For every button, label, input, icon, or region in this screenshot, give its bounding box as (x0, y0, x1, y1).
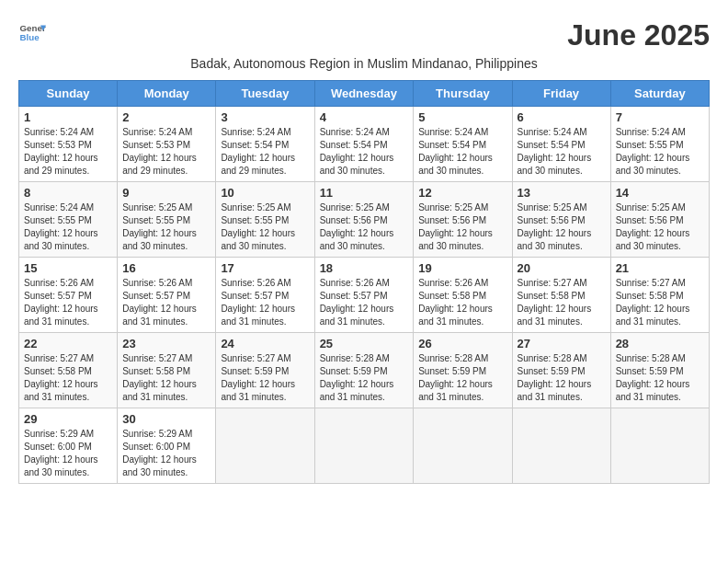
calendar-day: 15Sunrise: 5:26 AMSunset: 5:57 PMDayligh… (19, 258, 118, 333)
day-number: 2 (122, 110, 210, 124)
day-number: 20 (518, 261, 606, 275)
calendar-header-row: SundayMondayTuesdayWednesdayThursdayFrid… (19, 81, 710, 107)
calendar-day: 20Sunrise: 5:27 AMSunset: 5:58 PMDayligh… (512, 258, 610, 333)
day-number: 21 (616, 261, 704, 275)
day-number: 24 (221, 337, 309, 350)
calendar-day: 12Sunrise: 5:25 AMSunset: 5:56 PMDayligh… (414, 182, 512, 258)
calendar-header-friday: Friday (512, 81, 610, 107)
day-number: 8 (24, 186, 112, 200)
day-number: 27 (518, 337, 606, 350)
day-info: Sunrise: 5:26 AMSunset: 5:57 PMDaylight:… (122, 277, 210, 328)
day-info: Sunrise: 5:24 AMSunset: 5:54 PMDaylight:… (221, 126, 309, 178)
calendar-day: 16Sunrise: 5:26 AMSunset: 5:57 PMDayligh… (118, 258, 216, 333)
day-number: 15 (24, 261, 112, 275)
day-number: 26 (418, 337, 506, 350)
day-number: 3 (221, 110, 309, 124)
day-number: 4 (320, 110, 409, 124)
calendar-day: 5Sunrise: 5:24 AMSunset: 5:54 PMDaylight… (414, 107, 512, 182)
calendar-day (216, 408, 314, 484)
day-number: 9 (122, 186, 210, 200)
day-info: Sunrise: 5:24 AMSunset: 5:55 PMDaylight:… (24, 201, 112, 253)
day-number: 17 (221, 261, 309, 275)
day-number: 10 (221, 186, 309, 200)
svg-text:Blue: Blue (20, 32, 40, 42)
calendar-day: 13Sunrise: 5:25 AMSunset: 5:56 PMDayligh… (512, 182, 610, 258)
calendar-header-tuesday: Tuesday (216, 81, 314, 107)
calendar-day: 18Sunrise: 5:26 AMSunset: 5:57 PMDayligh… (314, 258, 414, 333)
day-info: Sunrise: 5:24 AMSunset: 5:54 PMDaylight:… (418, 126, 506, 178)
day-info: Sunrise: 5:24 AMSunset: 5:55 PMDaylight:… (616, 126, 704, 178)
day-number: 18 (320, 261, 409, 275)
day-info: Sunrise: 5:28 AMSunset: 5:59 PMDaylight:… (418, 352, 506, 404)
day-number: 16 (122, 261, 210, 275)
day-number: 30 (122, 412, 210, 426)
logo: General Blue (18, 18, 46, 46)
calendar-day: 23Sunrise: 5:27 AMSunset: 5:58 PMDayligh… (118, 333, 216, 408)
day-number: 19 (418, 261, 506, 275)
calendar-day: 22Sunrise: 5:27 AMSunset: 5:58 PMDayligh… (19, 333, 118, 408)
day-info: Sunrise: 5:28 AMSunset: 5:59 PMDaylight:… (616, 352, 704, 404)
calendar-day: 17Sunrise: 5:26 AMSunset: 5:57 PMDayligh… (216, 258, 314, 333)
calendar-header-monday: Monday (118, 81, 216, 107)
calendar-table: SundayMondayTuesdayWednesdayThursdayFrid… (18, 80, 710, 484)
day-info: Sunrise: 5:25 AMSunset: 5:56 PMDaylight:… (320, 201, 409, 253)
calendar-day (512, 408, 610, 484)
calendar-day: 10Sunrise: 5:25 AMSunset: 5:55 PMDayligh… (216, 182, 314, 258)
day-number: 6 (518, 110, 606, 124)
calendar-day (314, 408, 414, 484)
calendar-day: 21Sunrise: 5:27 AMSunset: 5:58 PMDayligh… (610, 258, 709, 333)
day-number: 11 (320, 186, 409, 200)
day-number: 22 (24, 337, 112, 350)
calendar-day: 30Sunrise: 5:29 AMSunset: 6:00 PMDayligh… (118, 408, 216, 484)
calendar-day: 24Sunrise: 5:27 AMSunset: 5:59 PMDayligh… (216, 333, 314, 408)
day-number: 5 (418, 110, 506, 124)
day-info: Sunrise: 5:25 AMSunset: 5:55 PMDaylight:… (122, 201, 210, 253)
calendar-day: 2Sunrise: 5:24 AMSunset: 5:53 PMDaylight… (118, 107, 216, 182)
day-number: 28 (616, 337, 704, 350)
day-info: Sunrise: 5:25 AMSunset: 5:56 PMDaylight:… (518, 201, 606, 253)
calendar-day: 14Sunrise: 5:25 AMSunset: 5:56 PMDayligh… (610, 182, 709, 258)
calendar-day: 1Sunrise: 5:24 AMSunset: 5:53 PMDaylight… (19, 107, 118, 182)
calendar-header-wednesday: Wednesday (314, 81, 414, 107)
day-info: Sunrise: 5:26 AMSunset: 5:57 PMDaylight:… (24, 277, 112, 328)
day-info: Sunrise: 5:24 AMSunset: 5:54 PMDaylight:… (518, 126, 606, 178)
calendar-day: 28Sunrise: 5:28 AMSunset: 5:59 PMDayligh… (610, 333, 709, 408)
day-info: Sunrise: 5:26 AMSunset: 5:57 PMDaylight:… (221, 277, 309, 328)
calendar-day (414, 408, 512, 484)
calendar-day: 3Sunrise: 5:24 AMSunset: 5:54 PMDaylight… (216, 107, 314, 182)
day-number: 29 (24, 412, 112, 426)
day-number: 23 (122, 337, 210, 350)
day-info: Sunrise: 5:28 AMSunset: 5:59 PMDaylight:… (518, 352, 606, 404)
calendar-day: 9Sunrise: 5:25 AMSunset: 5:55 PMDaylight… (118, 182, 216, 258)
day-number: 12 (418, 186, 506, 200)
calendar-day: 11Sunrise: 5:25 AMSunset: 5:56 PMDayligh… (314, 182, 414, 258)
page-subtitle: Badak, Autonomous Region in Muslim Minda… (18, 56, 710, 71)
day-info: Sunrise: 5:24 AMSunset: 5:53 PMDaylight:… (24, 126, 112, 178)
day-info: Sunrise: 5:27 AMSunset: 5:59 PMDaylight:… (221, 352, 309, 404)
day-info: Sunrise: 5:26 AMSunset: 5:57 PMDaylight:… (320, 277, 409, 328)
day-number: 25 (320, 337, 409, 350)
day-number: 1 (24, 110, 112, 124)
calendar-day: 6Sunrise: 5:24 AMSunset: 5:54 PMDaylight… (512, 107, 610, 182)
day-info: Sunrise: 5:25 AMSunset: 5:56 PMDaylight:… (418, 201, 506, 253)
calendar-day (610, 408, 709, 484)
day-number: 7 (616, 110, 704, 124)
logo-icon: General Blue (18, 18, 46, 46)
day-info: Sunrise: 5:27 AMSunset: 5:58 PMDaylight:… (616, 277, 704, 328)
day-number: 13 (518, 186, 606, 200)
day-info: Sunrise: 5:27 AMSunset: 5:58 PMDaylight:… (122, 352, 210, 404)
calendar-day: 25Sunrise: 5:28 AMSunset: 5:59 PMDayligh… (314, 333, 414, 408)
day-info: Sunrise: 5:25 AMSunset: 5:56 PMDaylight:… (616, 201, 704, 253)
day-info: Sunrise: 5:25 AMSunset: 5:55 PMDaylight:… (221, 201, 309, 253)
month-title: June 2025 (567, 18, 710, 52)
day-number: 14 (616, 186, 704, 200)
day-info: Sunrise: 5:24 AMSunset: 5:53 PMDaylight:… (122, 126, 210, 178)
day-info: Sunrise: 5:27 AMSunset: 5:58 PMDaylight:… (24, 352, 112, 404)
day-info: Sunrise: 5:29 AMSunset: 6:00 PMDaylight:… (122, 428, 210, 479)
calendar-day: 19Sunrise: 5:26 AMSunset: 5:58 PMDayligh… (414, 258, 512, 333)
calendar-day: 29Sunrise: 5:29 AMSunset: 6:00 PMDayligh… (19, 408, 118, 484)
calendar-header-thursday: Thursday (414, 81, 512, 107)
day-info: Sunrise: 5:26 AMSunset: 5:58 PMDaylight:… (418, 277, 506, 328)
calendar-day: 27Sunrise: 5:28 AMSunset: 5:59 PMDayligh… (512, 333, 610, 408)
day-info: Sunrise: 5:29 AMSunset: 6:00 PMDaylight:… (24, 428, 112, 479)
